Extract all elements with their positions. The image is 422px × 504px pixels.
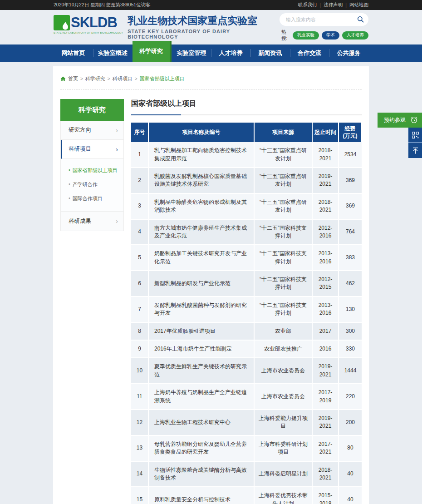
table-row[interactable]: 12 上海乳业生物工程技术研究中心 上海科委能力提升项目 2019-2021 2… [131, 410, 362, 435]
sidebar-subitem[interactable]: 产学研合作 [61, 178, 123, 192]
site-subtitle: STATE KEY LABORATORY OF DAIRY BIOTECHNOL… [128, 29, 280, 40]
home-icon[interactable] [60, 76, 66, 82]
brand[interactable]: SKLDB STATE KEY LABORATORY OF DAIRY BIOT… [54, 15, 280, 39]
hot-search-label: 热搜: [281, 29, 290, 42]
nav-item[interactable]: 公共服务 [329, 44, 368, 62]
sidebar-item-label: 科研成果 [69, 217, 91, 225]
table-row[interactable]: 11 上海奶牛养殖与奶制品生产全产业链追溯系统 上海市农业委员会 2017-20… [131, 384, 362, 410]
cell-funding: 80 [339, 435, 362, 461]
sidebar-subitem[interactable]: 国际合作项目 [61, 192, 123, 206]
table-row[interactable]: 7 发酵乳制品乳酸菌菌种与发酵剂的研究与开发 “十二五”国家科技支撑计划 201… [131, 296, 362, 322]
nav-item[interactable]: 合作交流 [290, 44, 329, 62]
table-row[interactable]: 14 生物活性寡聚糖合成关键酶分析与高效制备技术 上海科委启明星计划 2018-… [131, 461, 362, 487]
topbar-links: 联系我们 | 法律声明 | 网站地图 [298, 2, 368, 8]
nav-item[interactable]: 科学研究 [132, 41, 172, 62]
cell-project-source: “十二五”国家科技支撑计划 [254, 219, 312, 245]
nav-item[interactable]: 实验室管理 [172, 44, 211, 62]
cell-period: 2012-2015 [312, 271, 339, 296]
cell-project-name: 上海奶牛养殖与奶制品生产全产业链追溯系统 [148, 384, 254, 410]
back-to-top-button[interactable] [408, 143, 422, 158]
sidebar-item-research-results[interactable]: 科研成果 › [61, 212, 123, 231]
cell-project-name: 乳制品中糠醛类危害物的形成机制及其消除技术 [148, 193, 254, 219]
sidebar-submenu: 国家省部级以上项目 产学研合作 国际合作项目 [61, 159, 123, 212]
page: 2020年10月22日 星期四 您是第389051位访客 联系我们 | 法律声明… [0, 0, 422, 504]
cell-project-name: 原料乳质量安全分析与控制技术 [148, 487, 254, 504]
nav-item[interactable]: 新闻资讯 [250, 44, 290, 62]
cell-project-source: “十二五”国家科技支撑计划 [254, 271, 312, 296]
nav-item[interactable]: 实验室概述 [93, 44, 132, 62]
topbar-link-sitemap[interactable]: 网站地图 [349, 2, 368, 8]
cell-funding: 369 [339, 168, 362, 193]
logo-mark-icon [54, 15, 70, 30]
cell-index: 5 [131, 245, 148, 271]
nav-item[interactable]: 人才培养 [211, 44, 250, 62]
table-row[interactable]: 5 奶酪制品加工关键技术研究开发与产业化示范 “十二五”国家科技支撑计划 201… [131, 245, 362, 271]
breadcrumb-home[interactable]: 首页 [68, 75, 78, 82]
cell-period: 2013-2016 [312, 296, 339, 322]
breadcrumb-research[interactable]: 科学研究 [85, 75, 105, 82]
projects-table: 序号 项目名称及编号 项目来源 起止时间 经费 (万元) [131, 123, 362, 504]
cell-index: 12 [131, 410, 148, 435]
table-row[interactable]: 10 夏季优质生鲜乳生产关键技术的研究示范 上海市农业委员会 2019-2021… [131, 358, 362, 384]
topbar-link-legal[interactable]: 法律声明 [324, 2, 343, 8]
reserve-visit-button[interactable]: 预约参观 [378, 113, 422, 128]
sidebar-item-research-direction[interactable]: 研究方向 › [61, 121, 123, 140]
table-row[interactable]: 2 乳酸菌及发酵乳制品核心国家质量基础设施关键技术体系研究 “十三五”国家重点研… [131, 168, 362, 193]
table-header-cell: 项目名称及编号 [148, 123, 254, 142]
table-row[interactable]: 1 乳与乳制品加工靶向物质危害控制技术集成应用示范 “十三五”国家重点研发计划 … [131, 142, 362, 168]
cell-index: 9 [131, 340, 148, 358]
reserve-visit-label: 预约参观 [384, 116, 406, 124]
cell-project-name: 乳与乳制品加工靶向物质危害控制技术集成应用示范 [148, 142, 254, 168]
cell-index: 10 [131, 358, 148, 384]
table-row[interactable]: 9 2016年上海市奶牛生产性能测定 农业部农技推广 2016 330 [131, 340, 362, 358]
cell-funding: 40 [339, 461, 362, 487]
cell-project-name: 乳酸菌及发酵乳制品核心国家质量基础设施关键技术体系研究 [148, 168, 254, 193]
cell-funding: 300 [339, 322, 362, 340]
table-row[interactable]: 8 2017年优质胚胎引进项目 农业部 2017 300 [131, 322, 362, 340]
table-header-cell: 起止时间 [312, 123, 339, 142]
content-card: 首页 > 科学研究 > 科研项目 > 国家省部级以上项目 科学研究 研究方向 › [53, 66, 369, 504]
logo-block: SKLDB STATE KEY LABORATORY OF DAIRY BIOT… [54, 15, 123, 34]
cell-project-source: “十三五”国家重点研发计划 [254, 168, 312, 193]
divider: | [320, 2, 321, 8]
sidebar-item-research-projects[interactable]: 科研项目 › [61, 140, 123, 159]
title-underline [131, 114, 362, 115]
hot-search-tag[interactable]: 人才培养 [342, 31, 368, 40]
table-row[interactable]: 6 新型乳制品的研发与产业化示范 “十二五”国家科技支撑计划 2012-2015… [131, 271, 362, 296]
date-visitor-count: 2020年10月22日 星期四 您是第389051位访客 [54, 2, 151, 8]
nav-item[interactable]: 网站首页 [54, 44, 93, 62]
search-input[interactable] [286, 17, 357, 22]
table-row[interactable]: 13 母乳营养功能组分研究及婴幼儿全营养膳食类食品的研究开发 上海市科委科研计划… [131, 435, 362, 461]
cell-funding: 1444 [339, 358, 362, 384]
table-row[interactable]: 3 乳制品中糠醛类危害物的形成机制及其消除技术 “十三五”国家重点研发计划 20… [131, 193, 362, 219]
sidebar: 科学研究 研究方向 › 科研项目 › 国家省部级以上项目 [60, 99, 124, 504]
content-wrap: 首页 > 科学研究 > 科研项目 > 国家省部级以上项目 科学研究 研究方向 › [0, 62, 422, 504]
cell-index: 15 [131, 487, 148, 504]
cell-period: 2018-2021 [312, 461, 339, 487]
cell-project-source: 上海科委启明星计划 [254, 461, 312, 487]
table-row[interactable]: 4 南方大城市奶牛健康养殖生产技术集成及产业化示范 “十二五”国家科技支撑计划 … [131, 219, 362, 245]
search-icon[interactable] [357, 16, 364, 23]
sidebar-subitem[interactable]: 国家省部级以上项目 [61, 163, 123, 178]
qr-code-button[interactable] [408, 128, 422, 143]
cell-project-source: 农业部 [254, 322, 312, 340]
topbar-link-contact[interactable]: 联系我们 [298, 2, 317, 8]
cell-project-source: 上海市农业委员会 [254, 358, 312, 384]
top-utility-bar: 2020年10月22日 星期四 您是第389051位访客 联系我们 | 法律声明… [0, 0, 422, 10]
cell-project-name: 母乳营养功能组分研究及婴幼儿全营养膳食类食品的研究开发 [148, 435, 254, 461]
hot-search-tag[interactable]: 学术 [322, 31, 339, 40]
hot-search-tag[interactable]: 乳业实验 [293, 31, 319, 40]
cell-index: 1 [131, 142, 148, 168]
cell-project-source: “十三五”国家重点研发计划 [254, 142, 312, 168]
cell-project-source: “十三五”国家重点研发计划 [254, 193, 312, 219]
cell-funding: 462 [339, 271, 362, 296]
breadcrumb-projects[interactable]: 科研项目 [113, 75, 132, 82]
cell-period: 2019-2021 [312, 410, 339, 435]
cell-index: 6 [131, 271, 148, 296]
cell-funding: 383 [339, 245, 362, 271]
page-title: 国家省部级以上项目 [131, 99, 362, 109]
table-row[interactable]: 15 原料乳质量安全分析与控制技术 上海科委优秀技术带头人计划 2015-201… [131, 487, 362, 504]
cell-project-name: 新型乳制品的研发与产业化示范 [148, 271, 254, 296]
cell-project-source: 农业部农技推广 [254, 340, 312, 358]
breadcrumb-separator: > [108, 76, 110, 81]
